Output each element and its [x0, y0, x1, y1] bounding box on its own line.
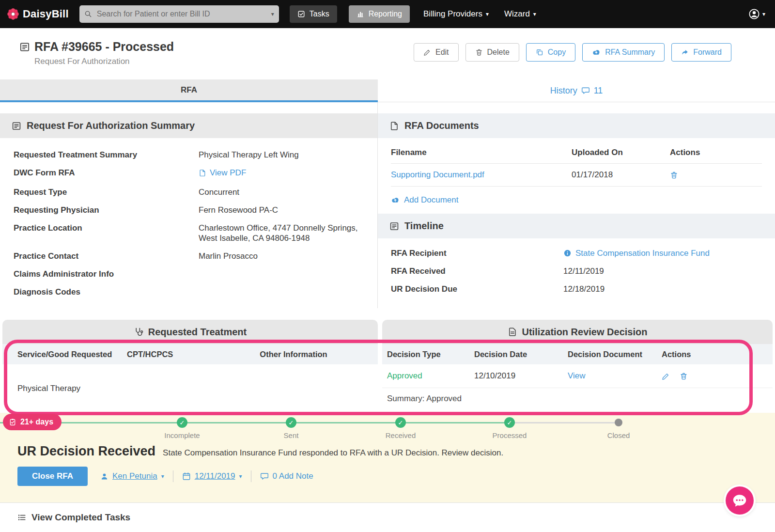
- check-icon: ✓: [507, 419, 512, 426]
- timeline-icon: [389, 221, 399, 231]
- page-header-left: RFA #39665 - Processed Request For Autho…: [19, 40, 174, 79]
- page-subtitle: Request For Authorization: [34, 57, 174, 66]
- field-label: Practice Contact: [14, 251, 199, 261]
- forward-arrow-icon: [681, 48, 689, 56]
- search-box[interactable]: ▾: [79, 5, 279, 23]
- field-value: 12/18/2019: [563, 284, 762, 294]
- view-decision-link[interactable]: View: [568, 371, 662, 381]
- field-value: Physical Therapy Left Wing: [199, 150, 366, 160]
- delete-document-icon[interactable]: [670, 171, 678, 179]
- tasks-label: Tasks: [310, 10, 329, 18]
- col-actions: Actions: [670, 148, 762, 157]
- col-other-info: Other Information: [209, 350, 378, 359]
- edit-button[interactable]: Edit: [414, 43, 459, 62]
- forward-button[interactable]: Forward: [671, 43, 731, 62]
- decision-type: Approved: [387, 371, 474, 381]
- rfa-recipient-link[interactable]: State Compensation Insurance Fund: [563, 248, 762, 258]
- delete-button[interactable]: Delete: [465, 43, 519, 62]
- summary-row: Requested Treatment Summary Physical The…: [14, 146, 366, 164]
- user-icon: [748, 8, 760, 20]
- decision-date: 12/10/2019: [474, 371, 568, 381]
- ur-decision-panel: Utilization Review Decision Decision Typ…: [382, 320, 773, 413]
- col-cpt-hcpcs: CPT/HCPCS: [127, 350, 209, 359]
- cloud-upload-icon: [391, 196, 400, 204]
- wizard-label: Wizard: [504, 9, 530, 19]
- copy-button[interactable]: Copy: [526, 43, 575, 62]
- step-label-sent: Sent: [284, 431, 299, 439]
- brand[interactable]: DaisyBill: [7, 8, 69, 20]
- tab-history[interactable]: History 11: [378, 79, 775, 102]
- summary-title: Request For Authorization Summary: [27, 120, 195, 131]
- forward-label: Forward: [693, 48, 722, 57]
- task-description: State Compensation Insurance Fund respon…: [163, 448, 503, 458]
- reporting-label: Reporting: [369, 10, 402, 18]
- brand-name: DaisyBill: [23, 8, 69, 20]
- task-date: 12/11/2019: [195, 471, 235, 481]
- billing-providers-menu[interactable]: Billing Providers ▾: [423, 9, 489, 19]
- document-filename-link[interactable]: Supporting Document.pdf: [391, 170, 572, 180]
- view-completed-tasks-label: View Completed Tasks: [31, 512, 130, 523]
- summary-column: Request For Authorization Summary Reques…: [0, 102, 378, 308]
- tasks-button[interactable]: Tasks: [290, 5, 337, 23]
- ur-decision-row: Approved 12/10/2019 View: [382, 364, 773, 388]
- add-note-button[interactable]: 0 Add Note: [260, 471, 313, 481]
- field-label: Diagnosis Codes: [14, 287, 199, 297]
- document-uploaded-on: 01/17/2018: [572, 170, 670, 180]
- field-label: UR Decision Due: [391, 284, 563, 294]
- caret-down-icon: ▾: [486, 11, 489, 17]
- ur-table-header: Decision Type Decision Date Decision Doc…: [382, 344, 773, 364]
- page-header: RFA #39665 - Processed Request For Autho…: [0, 28, 775, 79]
- view-pdf-link[interactable]: View PDF: [199, 168, 246, 178]
- search-input[interactable]: [97, 10, 265, 18]
- requested-treatment-panel: Requested Treatment Service/Good Request…: [2, 320, 378, 413]
- form-icon: [12, 121, 21, 131]
- clipboard-check-icon: [9, 418, 16, 426]
- assignee-name: Ken Petunia: [112, 471, 157, 481]
- tab-history-label: History: [550, 86, 577, 96]
- col-decision-document: Decision Document: [568, 350, 662, 359]
- summary-row: Claims Administrator Info: [14, 265, 366, 283]
- wizard-menu[interactable]: Wizard ▾: [504, 9, 536, 19]
- reporting-button[interactable]: Reporting: [349, 5, 410, 23]
- tab-rfa[interactable]: RFA: [0, 79, 378, 102]
- edit-label: Edit: [435, 48, 449, 57]
- field-value: Fern Rosewood PA-C: [199, 205, 366, 215]
- timeline-row: RFA Recipient State Compensation Insuran…: [391, 244, 762, 262]
- pencil-icon: [423, 48, 431, 56]
- add-document-button[interactable]: Add Document: [378, 187, 775, 214]
- task-title: UR Decision Received: [17, 444, 155, 459]
- documents-section-header: RFA Documents: [378, 113, 775, 138]
- rfa-summary-button[interactable]: RFA Summary: [582, 43, 665, 62]
- assignee-selector[interactable]: Ken Petunia ▾: [100, 471, 164, 481]
- delete-decision-icon[interactable]: [680, 372, 688, 380]
- field-label: RFA Recipient: [391, 248, 563, 258]
- search-caret-icon[interactable]: ▾: [271, 11, 274, 17]
- date-selector[interactable]: 12/11/2019 ▾: [182, 471, 242, 481]
- rfa-summary-label: RFA Summary: [605, 48, 655, 57]
- step-incomplete-dot: ✓: [177, 417, 187, 428]
- progress-line-done: [0, 422, 510, 423]
- rfa-form-icon: [19, 42, 30, 52]
- user-menu[interactable]: ▾: [748, 8, 765, 20]
- edit-decision-icon[interactable]: [662, 372, 670, 380]
- caret-down-icon: ▾: [161, 473, 164, 479]
- field-label: Request Type: [14, 187, 199, 197]
- close-rfa-button[interactable]: Close RFA: [17, 467, 88, 486]
- ur-decision-header: Utilization Review Decision: [382, 320, 773, 344]
- summary-row: Practice Location Charlestown Office, 47…: [14, 219, 366, 247]
- step-sent-dot: ✓: [286, 417, 296, 428]
- calendar-icon: [182, 472, 191, 481]
- main-content: Request For Authorization Summary Reques…: [0, 102, 775, 308]
- speech-bubble-icon: [581, 86, 590, 95]
- info-icon: [563, 249, 572, 257]
- col-service-good: Service/Good Requested: [17, 350, 127, 359]
- step-label-closed: Closed: [607, 431, 630, 439]
- decision-summary: Summary: Approved: [382, 388, 773, 410]
- col-uploaded-on: Uploaded On: [572, 148, 670, 157]
- service-name: Physical Therapy: [17, 384, 80, 393]
- history-count: 11: [594, 86, 603, 96]
- delete-label: Delete: [487, 48, 510, 57]
- chat-fab[interactable]: [726, 486, 754, 515]
- days-badge-label: 21+ days: [20, 418, 53, 426]
- view-completed-tasks-button[interactable]: View Completed Tasks: [17, 512, 130, 523]
